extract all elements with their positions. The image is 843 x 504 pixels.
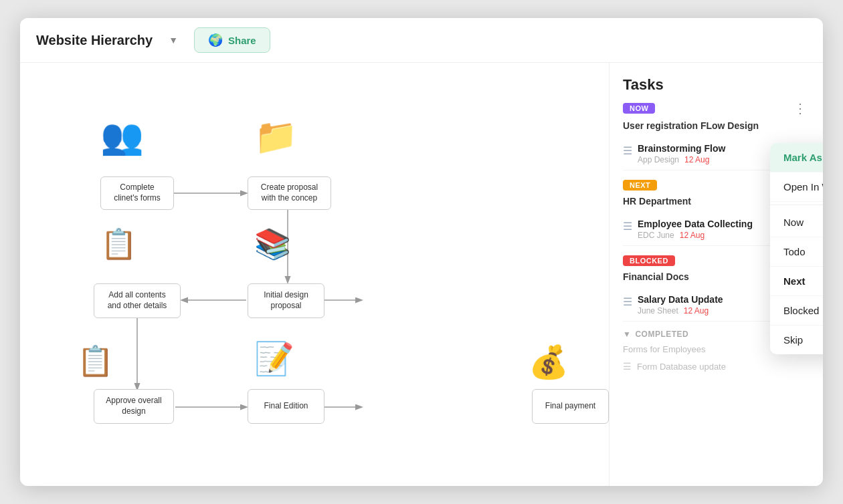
ctx-item-skip[interactable]: Skip [770, 326, 823, 354]
ctx-item-next[interactable]: Next [770, 267, 823, 296]
diagram-node-initial-design[interactable]: Initial designproposal [248, 283, 324, 318]
task-name: Employee Data Collecting [638, 219, 753, 229]
task-date: 12 Aug [684, 155, 709, 164]
completed-task-name: Form Database update [637, 362, 726, 372]
task-sub: EDC June 12 Aug [638, 231, 753, 240]
task-left: ☰ Employee Data Collecting EDC June 12 A… [623, 219, 753, 240]
task-left: ☰ Brainstorming Flow App Design 12 Aug [623, 143, 725, 164]
share-button[interactable]: 🌍 Share [194, 27, 270, 53]
ctx-item-now[interactable]: Now [770, 208, 823, 237]
header: Website Hierarchy ▼ 🌍 Share [20, 18, 823, 63]
node-label: Final Edition [264, 401, 308, 412]
task-doc-icon: ☰ [623, 295, 632, 308]
ctx-item-open-workspace[interactable]: Open In Workspace [770, 172, 823, 202]
task-sub-text: June Sheet [638, 306, 678, 316]
task-sub: App Design 12 Aug [638, 155, 725, 164]
tasks-title: Tasks [623, 76, 810, 94]
ctx-item-mark-complete[interactable]: Mark As Complete [770, 143, 823, 172]
badge-blocked: BLOCKED [623, 255, 675, 266]
task-details: Employee Data Collecting EDC June 12 Aug [638, 219, 753, 240]
diagram-node-final-edition[interactable]: Final Edition [248, 389, 324, 424]
task-details: Salary Data Update June Sheet 12 Aug [638, 294, 723, 316]
main-content: 👥 📁 📋 📚 📋 📝 💰 Completeclinet's forms Cre… [20, 63, 823, 486]
now-section-dots-button[interactable]: ⋮ [791, 102, 810, 115]
task-doc-icon: ☰ [623, 220, 632, 233]
completed-label: COMPLETED [635, 330, 688, 339]
diagram-node-final-payment[interactable]: Final payment [532, 389, 609, 424]
diagram-node-approve-design[interactable]: Approve overalldesign [94, 389, 174, 424]
page-title: Website Hierarchy [36, 33, 153, 48]
diagram-area: 👥 📁 📋 📚 📋 📝 💰 Completeclinet's forms Cre… [20, 63, 609, 486]
context-menu: Mark As Complete Open In Workspace Now T… [770, 143, 823, 354]
title-dropdown-button[interactable]: ▼ [163, 32, 183, 48]
ctx-item-todo[interactable]: Todo [770, 237, 823, 267]
completed-task-icon: ☰ [623, 361, 632, 372]
node-label: Add all contentsand other details [108, 290, 167, 311]
task-date: 12 Aug [680, 231, 705, 240]
task-date: 12 Aug [684, 306, 709, 316]
node-label: Completeclinet's forms [114, 182, 161, 203]
node-label: Approve overalldesign [106, 396, 161, 416]
now-group-label: User registration FLow Design [623, 120, 810, 131]
task-name: Salary Data Update [638, 294, 723, 305]
globe-icon: 🌍 [208, 33, 223, 47]
money-icon: 💰 [529, 344, 569, 381]
task-sub-text: EDC June [638, 231, 674, 240]
folder-icon: 📁 [254, 116, 298, 157]
completed-task-form-db: ☰ Form Database update [623, 358, 810, 374]
share-label: Share [228, 35, 256, 46]
node-label: Final payment [545, 401, 595, 412]
task-sub-text: App Design [638, 155, 679, 164]
task-name: Brainstorming Flow [638, 143, 725, 154]
chevron-right-icon: ▼ [623, 330, 631, 339]
books-icon: 📚 [254, 227, 291, 261]
person-icon: 👥 [100, 116, 144, 157]
node-label: Create proposalwith the concep [261, 182, 318, 203]
documents-icon: 📋 [100, 227, 137, 261]
badge-now: NOW [623, 103, 655, 114]
doc-edit-icon: 📝 [254, 340, 294, 378]
node-label: Initial designproposal [264, 290, 308, 311]
app-window: Website Hierarchy ▼ 🌍 Share [20, 18, 823, 486]
diagram-node-add-contents[interactable]: Add all contentsand other details [94, 283, 181, 318]
task-details: Brainstorming Flow App Design 12 Aug [638, 143, 725, 164]
diagram-node-complete-forms[interactable]: Completeclinet's forms [100, 176, 174, 210]
ctx-item-blocked[interactable]: Blocked [770, 296, 823, 326]
chevron-down-icon: ▼ [169, 35, 178, 45]
ctx-divider [770, 205, 823, 205]
task-sub: June Sheet 12 Aug [638, 306, 723, 316]
tasks-panel: Tasks NOW ⋮ User registration FLow Desig… [609, 63, 823, 486]
clipboard-icon: 📋 [77, 344, 114, 378]
now-section-header: NOW ⋮ [623, 102, 810, 115]
task-left: ☰ Salary Data Update June Sheet 12 Aug [623, 294, 723, 316]
diagram-node-create-proposal[interactable]: Create proposalwith the concep [248, 176, 331, 210]
badge-next: NEXT [623, 180, 657, 191]
task-doc-icon: ☰ [623, 144, 632, 157]
